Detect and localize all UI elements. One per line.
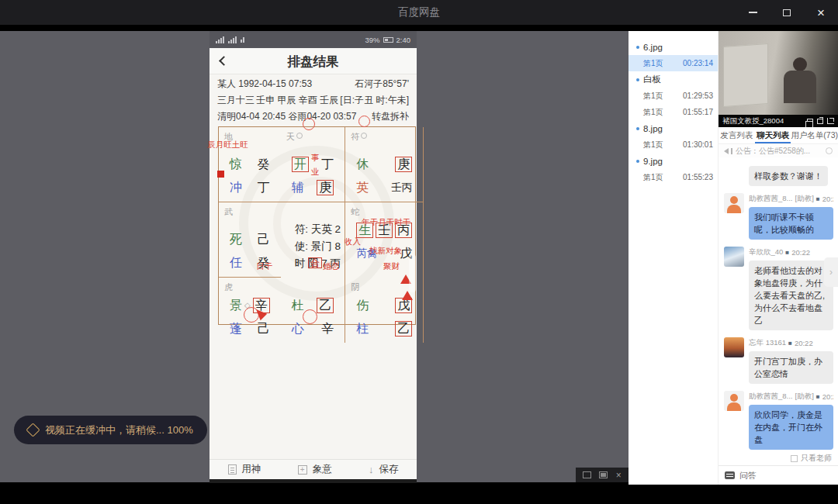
palace-glyph: 乙 <box>317 298 334 313</box>
signal-icon <box>216 36 224 43</box>
palace-glyph: 蓬 <box>230 322 242 336</box>
file-name: 9.jpg <box>643 157 663 166</box>
sender-name: 助教茜茜_8... <box>749 194 793 204</box>
palace-glyph: 景 <box>230 299 242 312</box>
popout-icon[interactable] <box>817 119 823 124</box>
palace-label: 符 <box>351 131 367 143</box>
announcement-bar: 公告：公告#5258的... <box>719 144 838 157</box>
file-name: 8.jpg <box>643 124 663 133</box>
palace-cell-8: 杜乙心辛 <box>281 278 346 343</box>
playlist-file[interactable]: 白板 <box>628 71 718 88</box>
playlist-entry[interactable]: 第1页01:55:23 <box>628 169 718 185</box>
toolbar-label: 保存 <box>379 463 398 476</box>
playlist-file[interactable]: 9.jpg <box>628 153 718 169</box>
only-teacher-checkbox[interactable] <box>791 455 798 462</box>
right-panel: 6.jpg第1页00:23:14白板第1页01:29:53第1页01:55:17… <box>628 31 838 485</box>
wifi-icon <box>241 37 244 43</box>
page-title: 排盘结果 <box>210 48 417 74</box>
bullet-icon <box>636 78 639 81</box>
playlist-entry[interactable]: 第1页01:30:01 <box>628 136 718 153</box>
method: 转盘拆补 <box>372 109 409 125</box>
playlist-file[interactable]: 8.jpg <box>628 120 718 136</box>
palace-glyph: 癸 <box>258 157 270 171</box>
layers-icon[interactable] <box>807 119 813 124</box>
kongwang: [日:子丑 时:午未] <box>340 92 409 109</box>
role-tag: [助教] <box>795 194 814 204</box>
level-badge-icon: ■ <box>816 393 820 400</box>
message-header: 助教茜茜_8...[助教]■20:22 <box>749 392 833 402</box>
marker-ring <box>296 133 303 139</box>
palace-glyph: 乙 <box>395 321 412 337</box>
playlist-entry[interactable]: 第1页01:55:17 <box>628 104 718 120</box>
chat-message: 辛欣欣_40■20:22老师看他过去的对象地盘得庚，为什么要去看天盘的乙,为什么… <box>724 247 833 330</box>
level-badge-icon: ■ <box>785 249 789 256</box>
frame-icon[interactable] <box>599 471 608 478</box>
palace-glyph: 癸 <box>258 256 270 270</box>
sender-name: 助教茜茜_8... <box>749 392 793 402</box>
window-controls: × <box>736 0 838 25</box>
palace-glyph: 开 <box>292 157 309 172</box>
avatar <box>724 391 744 411</box>
avatar <box>724 193 744 213</box>
palace-cell-1: 地惊癸冲丁 <box>219 127 281 202</box>
sender-name: 辛欣欣_40 <box>749 247 783 257</box>
message-time: 20:22 <box>822 392 833 401</box>
fullscreen-icon[interactable] <box>827 118 834 124</box>
palace-glyph: 伤 <box>356 299 369 312</box>
palace-label: 地 <box>224 131 233 143</box>
entry-label: 第1页 <box>643 140 663 150</box>
entry-label: 第1页 <box>643 107 663 118</box>
marker-ring <box>361 133 367 139</box>
level-badge-icon: ■ <box>788 340 792 347</box>
close-button[interactable]: × <box>804 0 838 25</box>
palace-label: 虎 <box>224 281 233 293</box>
presenter-silhouette <box>782 57 818 104</box>
phone-nav-strip <box>210 479 417 483</box>
playlist-file[interactable]: 6.jpg <box>628 39 718 55</box>
maximize-button[interactable] <box>770 0 804 25</box>
webcam-name-bar: 褚国文教授_28004 <box>719 115 838 127</box>
center-palace-line: 符: 天英 2 <box>295 221 345 238</box>
minimize-icon <box>749 12 757 13</box>
palace-label: 武 <box>224 206 233 218</box>
maximize-icon <box>783 9 791 16</box>
video-player-area[interactable]: 39% 2:40 排盘结果 某人 1992-04-15 07:53 石河子85°… <box>0 31 628 482</box>
lunar-date: 三月十三 <box>217 92 255 109</box>
expand-announcement-icon[interactable] <box>826 147 833 154</box>
palace-glyph: 休 <box>356 157 369 171</box>
webcam-video[interactable] <box>719 31 838 115</box>
playlist-entry[interactable]: 第1页01:29:53 <box>628 88 718 104</box>
close-icon[interactable]: × <box>616 471 622 480</box>
message-bubble: 开门宫丁加庚，办公室恋情 <box>749 351 833 384</box>
palace-glyph: 芮禽 <box>356 247 377 261</box>
center-palace-line: 使: 景门 8 <box>295 238 345 255</box>
palace-glyph: 惊 <box>230 157 242 171</box>
chat-input-bar[interactable]: 问答 <box>719 465 838 485</box>
buffering-toast: 视频正在缓冲中，请稍候... 100% <box>14 416 207 444</box>
chat-message: 样取参数？谢谢！ <box>724 163 833 186</box>
palace-glyph: 丁 <box>258 181 270 195</box>
toolbar-item-保存: ↓保存 <box>369 463 399 476</box>
palace-cell-2: 天开事业丁辅庚 <box>281 127 346 202</box>
tab-发言列表[interactable]: 发言列表 <box>719 127 755 143</box>
collapse-panel-handle[interactable]: › <box>824 257 838 287</box>
minimize-button[interactable] <box>736 0 770 25</box>
scrollbar-handle[interactable] <box>409 254 416 292</box>
entry-time: 00:23:14 <box>683 59 713 67</box>
palace-glyph: 杜 <box>292 299 304 312</box>
avatar <box>724 337 744 357</box>
bullet-icon <box>636 46 639 49</box>
location: 石河子85°57' <box>355 76 409 92</box>
video-overlay-toolbar: × <box>576 468 628 482</box>
close-icon: × <box>817 6 825 19</box>
qimen-grid: 地惊癸冲丁天开事业丁辅庚符休庚英壬丙武死己任癸符: 天英 2使: 景门 8时 阳… <box>218 126 416 325</box>
playlist-entry[interactable]: 第1页00:23:14 <box>628 55 718 71</box>
presenter-name: 褚国文教授_28004 <box>722 116 784 126</box>
palace-glyph: 辛 <box>253 298 270 313</box>
battery-icon <box>383 37 393 43</box>
image-icon[interactable] <box>583 471 591 478</box>
solar-terms: 清明04-04 20:45 谷雨04-20 03:57 <box>217 109 356 125</box>
tab-聊天列表[interactable]: 聊天列表 <box>755 127 791 143</box>
message-time: 20:21 <box>822 195 833 203</box>
tab-用户名单(73)[interactable]: 用户名单(73) <box>791 127 838 143</box>
